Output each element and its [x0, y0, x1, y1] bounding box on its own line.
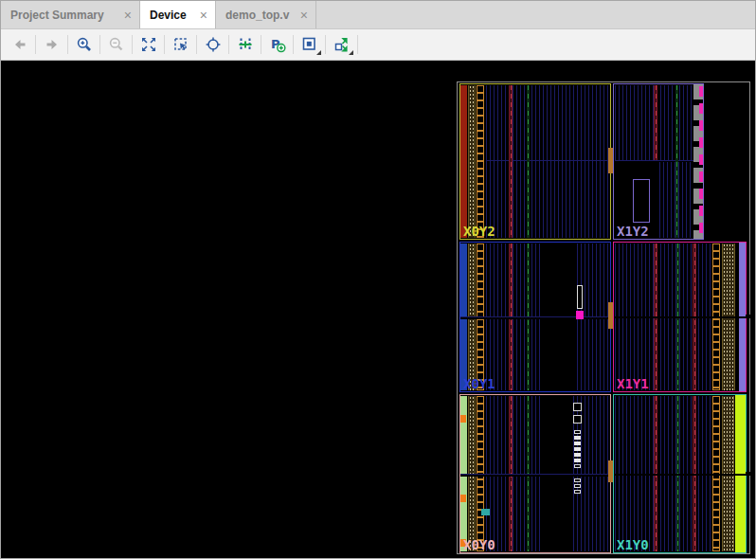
- zoom-to-selection-icon: [172, 36, 189, 53]
- region-label: X0Y2: [463, 225, 495, 239]
- device-canvas[interactable]: X0Y2 X1Y2 X0Y1: [1, 61, 755, 559]
- clock-buffer-site: [573, 415, 582, 424]
- region-label: X0Y0: [463, 538, 495, 552]
- tab-project-summary[interactable]: Project Summary ×: [1, 1, 140, 28]
- toolbar-separator: [164, 35, 165, 54]
- zoom-fit-icon: [140, 36, 157, 53]
- placed-cell-marker: [576, 311, 584, 319]
- clb-columns: [486, 85, 610, 238]
- tab-close-icon[interactable]: ×: [300, 9, 308, 22]
- clock-region-x0y1[interactable]: X0Y1: [459, 242, 611, 392]
- autofit-selection-button[interactable]: [200, 32, 225, 57]
- clock-buffer-site: [574, 484, 581, 488]
- placed-io-cell-teal: [481, 509, 490, 515]
- forward-arrow-icon: [44, 36, 61, 53]
- toolbar-separator: [357, 35, 358, 54]
- clock-buffer-site: [574, 430, 581, 434]
- center-column-block: [608, 148, 613, 173]
- zoom-out-button[interactable]: [103, 32, 129, 57]
- row-divider-black: [460, 317, 610, 319]
- io-buffer-column: [477, 85, 484, 238]
- zoom-to-selection-button[interactable]: [168, 32, 193, 57]
- clock-buffer-site: [574, 478, 581, 482]
- row-boundary-tick: [746, 472, 754, 476]
- clock-buffer-site: [574, 442, 581, 445]
- io-site-marker: [460, 495, 466, 502]
- tab-label: Project Summary: [10, 9, 115, 22]
- row-divider-black: [614, 474, 746, 476]
- dropdown-corner-icon: [349, 50, 353, 55]
- window-dock-options-button[interactable]: [297, 32, 322, 57]
- float-expand-options-button[interactable]: [329, 32, 354, 57]
- add-probe-button[interactable]: P: [264, 32, 290, 57]
- clock-buffer-site: [574, 490, 581, 494]
- float-expand-icon: [333, 36, 351, 53]
- zoom-out-icon: [108, 36, 125, 53]
- toolbar-separator: [325, 35, 326, 54]
- toolbar-separator: [261, 35, 261, 54]
- toolbar-separator: [35, 35, 36, 54]
- clock-buffer-site: [573, 403, 582, 411]
- toolbar-separator: [196, 35, 197, 54]
- back-arrow-icon: [11, 36, 28, 53]
- tab-device[interactable]: Device ×: [140, 1, 216, 28]
- row-divider: [615, 160, 694, 161]
- toolbar-separator: [99, 35, 100, 54]
- io-bank-strip: [460, 85, 467, 238]
- bram-column: [509, 85, 513, 238]
- row-divider-black: [614, 316, 746, 318]
- clock-region-x1y1[interactable]: X1Y1: [613, 242, 747, 392]
- vivado-device-window: Project Summary × Device × demo_top.v ×: [0, 0, 756, 559]
- clock-buffer-site: [574, 436, 581, 440]
- forward-button[interactable]: [39, 32, 64, 57]
- region-label: X1Y1: [617, 377, 649, 391]
- tab-close-icon[interactable]: ×: [124, 9, 132, 22]
- selected-site-outline: [577, 285, 583, 309]
- tab-demo-top-v[interactable]: demo_top.v ×: [216, 1, 316, 28]
- add-probe-icon: P: [269, 36, 286, 53]
- toolbar-separator: [293, 35, 294, 54]
- window-dock-icon: [301, 36, 318, 53]
- dsp-column: [527, 85, 530, 238]
- row-boundary-tick: [746, 315, 754, 318]
- tab-label: demo_top.v: [225, 9, 291, 22]
- zoom-in-button[interactable]: [71, 32, 97, 57]
- show-routing-resources-button[interactable]: [232, 32, 258, 57]
- clock-buffer-site: [574, 464, 581, 468]
- region-label: X1Y2: [617, 225, 649, 239]
- clock-region-x0y0[interactable]: X0Y0: [459, 394, 611, 553]
- pcie-block-outline: [633, 179, 650, 223]
- center-column-block: [608, 302, 613, 329]
- clock-region-x1y2[interactable]: X1Y2: [613, 83, 704, 240]
- toolbar-separator: [67, 35, 68, 54]
- clock-region-x1y0[interactable]: X1Y0: [613, 394, 747, 553]
- row-divider-black: [460, 475, 610, 477]
- editor-tab-bar: Project Summary × Device × demo_top.v ×: [1, 1, 755, 29]
- device-view-toolbar: P: [1, 29, 755, 61]
- toolbar-separator: [132, 35, 133, 54]
- bram-column: [654, 85, 657, 160]
- zoom-in-icon: [76, 36, 93, 53]
- clock-region-x0y2[interactable]: X0Y2: [459, 83, 611, 240]
- clock-buffer-site: [574, 447, 581, 451]
- tab-label: Device: [150, 9, 190, 22]
- gt-transceiver-dashes: [699, 86, 703, 237]
- dropdown-corner-icon: [316, 50, 321, 55]
- dsp-column: [675, 85, 678, 238]
- tab-close-icon[interactable]: ×: [200, 9, 207, 22]
- clock-buffer-site: [574, 459, 581, 462]
- routing-resources-icon: [237, 36, 254, 53]
- io-pad-column: [468, 85, 476, 238]
- center-column-block: [608, 460, 613, 482]
- autofit-selection-icon: [205, 36, 222, 53]
- io-site-marker: [460, 415, 466, 423]
- toolbar-separator: [228, 35, 229, 54]
- row-divider: [486, 160, 610, 161]
- back-button[interactable]: [7, 32, 32, 57]
- zoom-fit-button[interactable]: [135, 32, 161, 57]
- clock-buffer-site: [574, 453, 581, 457]
- region-label: X0Y1: [463, 377, 495, 391]
- region-label: X1Y0: [617, 538, 649, 552]
